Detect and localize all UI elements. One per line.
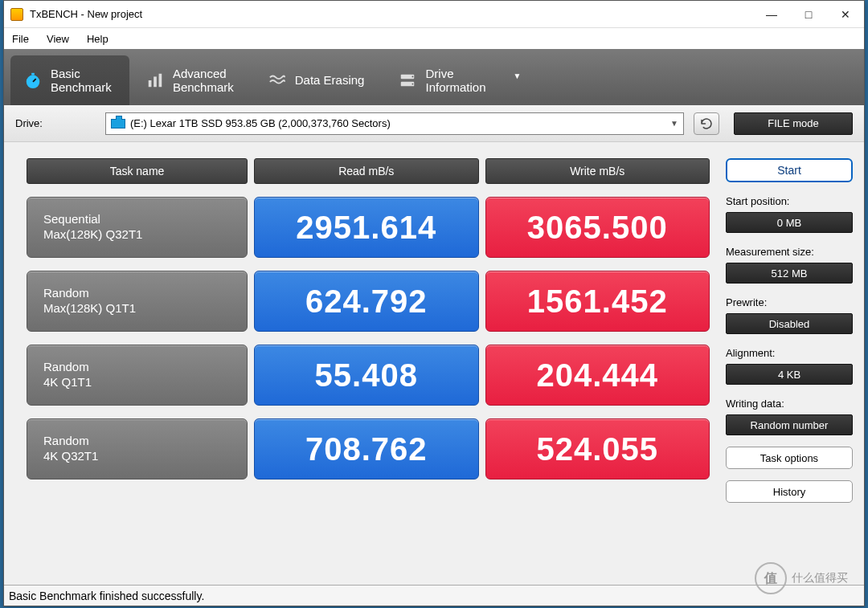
alignment-value[interactable]: 4 KB [726,364,853,385]
tab-label: Advanced Benchmark [173,67,234,95]
tab-label: Data Erasing [295,73,365,87]
tab-label: Drive Information [425,67,485,95]
menu-help[interactable]: Help [87,33,108,45]
titlebar[interactable]: TxBENCH - New project — □ ✕ [4,1,864,28]
svg-rect-4 [154,76,157,87]
tabbar: Basic Benchmark Advanced Benchmark Data … [4,49,864,105]
tab-drive-information[interactable]: Drive Information [385,55,503,105]
task-cell[interactable]: Random Max(128K) Q1T1 [27,271,248,332]
result-row: Sequential Max(128K) Q32T1 2951.614 3065… [27,197,710,258]
chevron-down-icon: ▼ [670,119,678,128]
history-button[interactable]: History [726,480,853,503]
read-value[interactable]: 624.792 [254,271,479,332]
start-button[interactable]: Start [726,158,853,182]
svg-rect-1 [31,73,35,75]
menu-view[interactable]: View [47,33,69,45]
drive-icon [111,119,125,129]
drive-selected-text: (E:) Lexar 1TB SSD 953.85 GB (2,000,373,… [130,117,391,129]
writing-data-value[interactable]: Random number [726,414,853,435]
bar-chart-icon [145,71,165,90]
start-position-value[interactable]: 0 MB [726,212,853,233]
watermark-text: 什么值得买 [792,571,848,586]
write-value[interactable]: 524.055 [485,418,710,479]
start-position-label: Start position: [726,195,853,207]
prewrite-label: Prewrite: [726,296,853,308]
close-button[interactable]: ✕ [827,1,864,28]
refresh-button[interactable] [694,112,719,135]
statusbar: Basic Benchmark finished successfully. [4,585,864,606]
svg-point-8 [412,76,414,78]
file-mode-button[interactable]: FILE mode [734,112,853,135]
results-panel: Task name Read mB/s Write mB/s Sequentia… [27,158,710,503]
read-value[interactable]: 2951.614 [254,197,479,258]
watermark: 值 什么值得买 [755,562,848,594]
read-value[interactable]: 708.762 [254,418,479,479]
menubar: File View Help [4,28,864,49]
stopwatch-icon [23,71,43,90]
menu-file[interactable]: File [12,33,29,45]
tab-advanced-benchmark[interactable]: Advanced Benchmark [133,55,252,105]
window-title: TxBENCH - New project [30,8,142,20]
svg-rect-3 [149,80,152,87]
result-row: Random 4K Q1T1 55.408 204.444 [27,345,710,406]
svg-point-9 [412,84,414,85]
drive-row: Drive: (E:) Lexar 1TB SSD 953.85 GB (2,0… [4,105,864,142]
prewrite-value[interactable]: Disabled [726,313,853,334]
drive-info-icon [398,71,417,90]
tab-basic-benchmark[interactable]: Basic Benchmark [10,55,129,105]
erase-icon [268,71,287,90]
tab-data-erasing[interactable]: Data Erasing [255,55,383,105]
header-task: Task name [27,158,248,184]
write-value[interactable]: 1561.452 [485,271,710,332]
svg-rect-5 [158,74,162,88]
header-write: Write mB/s [485,158,710,184]
write-value[interactable]: 204.444 [485,345,710,406]
side-panel: Start Start position: 0 MB Measurement s… [726,158,853,503]
drive-select[interactable]: (E:) Lexar 1TB SSD 953.85 GB (2,000,373,… [105,112,684,135]
task-cell[interactable]: Random 4K Q1T1 [27,345,248,406]
tab-overflow-dropdown[interactable]: ▼ [514,71,522,105]
alignment-label: Alignment: [726,347,853,359]
tab-label: Basic Benchmark [51,67,112,95]
writing-data-label: Writing data: [726,398,853,410]
measurement-size-value[interactable]: 512 MB [726,263,853,284]
write-value[interactable]: 3065.500 [485,197,710,258]
refresh-icon [699,116,714,131]
result-row: Random Max(128K) Q1T1 624.792 1561.452 [27,271,710,332]
app-window: TxBENCH - New project — □ ✕ File View He… [3,0,865,606]
task-cell[interactable]: Random 4K Q32T1 [27,418,248,479]
app-icon [10,8,23,21]
task-options-button[interactable]: Task options [726,447,853,469]
header-read: Read mB/s [254,158,479,184]
result-row: Random 4K Q32T1 708.762 524.055 [27,418,710,479]
measurement-size-label: Measurement size: [726,246,853,258]
watermark-badge: 值 [755,562,787,594]
drive-label: Drive: [15,117,96,129]
task-cell[interactable]: Sequential Max(128K) Q32T1 [27,197,248,258]
status-text: Basic Benchmark finished successfully. [9,590,204,602]
minimize-button[interactable]: — [753,1,790,28]
maximize-button[interactable]: □ [790,1,827,28]
read-value[interactable]: 55.408 [254,345,479,406]
